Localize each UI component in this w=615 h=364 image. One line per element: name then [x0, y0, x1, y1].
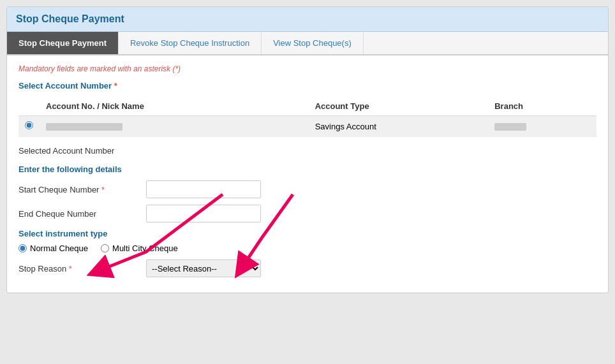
- account-number-cell: [40, 116, 309, 137]
- end-cheque-label: End Cheque Number: [19, 209, 146, 219]
- branch-cell: [488, 116, 596, 137]
- end-cheque-input[interactable]: [146, 205, 261, 222]
- account-radio-cell[interactable]: [19, 116, 40, 137]
- selected-account-label: Selected Account Number: [19, 146, 596, 156]
- tab-stop-cheque[interactable]: Stop Cheque Payment: [7, 32, 119, 54]
- col-header-branch: Branch: [488, 97, 596, 116]
- page-wrapper: Stop Cheque Payment Stop Cheque Payment …: [6, 6, 609, 293]
- instrument-section-label: Select instrument type: [19, 229, 596, 238]
- details-section: Enter the following details Start Cheque…: [19, 164, 596, 222]
- account-table: Account No. / Nick Name Account Type Bra…: [19, 97, 596, 137]
- multi-city-radio[interactable]: [101, 244, 109, 252]
- instrument-type-section: Select instrument type Normal Cheque Mul…: [19, 229, 596, 253]
- branch-blurred: [494, 123, 526, 131]
- table-row: Savings Account: [19, 116, 596, 137]
- stop-reason-label: Stop Reason *: [19, 264, 146, 273]
- account-section-label: Select Account Number *: [19, 81, 596, 91]
- account-radio[interactable]: [25, 121, 33, 129]
- details-section-label: Enter the following details: [19, 164, 596, 174]
- stop-reason-required: *: [69, 264, 72, 273]
- multi-city-option[interactable]: Multi City Cheque: [101, 244, 178, 253]
- start-cheque-input[interactable]: [146, 180, 261, 198]
- col-header-type: Account Type: [309, 97, 489, 116]
- instrument-radio-group: Normal Cheque Multi City Cheque: [19, 244, 596, 253]
- account-required-star: *: [114, 81, 117, 91]
- account-type-cell: Savings Account: [309, 116, 489, 137]
- start-cheque-row: Start Cheque Number *: [19, 180, 596, 198]
- stop-reason-row: Stop Reason * --Select Reason--Cheque Lo…: [19, 259, 596, 277]
- multi-city-label: Multi City Cheque: [112, 244, 178, 253]
- page-title: Stop Cheque Payment: [16, 13, 124, 24]
- tab-view-stop[interactable]: View Stop Cheque(s): [262, 32, 364, 54]
- mandatory-note: Mandatory fields are marked with an aste…: [19, 64, 596, 73]
- tabs-bar: Stop Cheque Payment Revoke Stop Cheque I…: [7, 32, 608, 55]
- normal-cheque-radio[interactable]: [19, 244, 27, 252]
- stop-reason-select[interactable]: --Select Reason--Cheque LostCheque Stole…: [146, 259, 261, 277]
- page-header: Stop Cheque Payment: [7, 7, 608, 32]
- content-area: Mandatory fields are marked with an aste…: [7, 55, 608, 293]
- normal-cheque-label: Normal Cheque: [30, 244, 88, 253]
- end-cheque-row: End Cheque Number: [19, 205, 596, 222]
- tab-revoke-stop[interactable]: Revoke Stop Cheque Instruction: [119, 32, 262, 54]
- col-header-radio: [19, 97, 40, 116]
- start-cheque-label: Start Cheque Number *: [19, 185, 146, 194]
- account-number-blurred: [46, 123, 122, 131]
- col-header-account: Account No. / Nick Name: [40, 97, 309, 116]
- normal-cheque-option[interactable]: Normal Cheque: [19, 244, 88, 253]
- start-cheque-required: *: [101, 185, 105, 194]
